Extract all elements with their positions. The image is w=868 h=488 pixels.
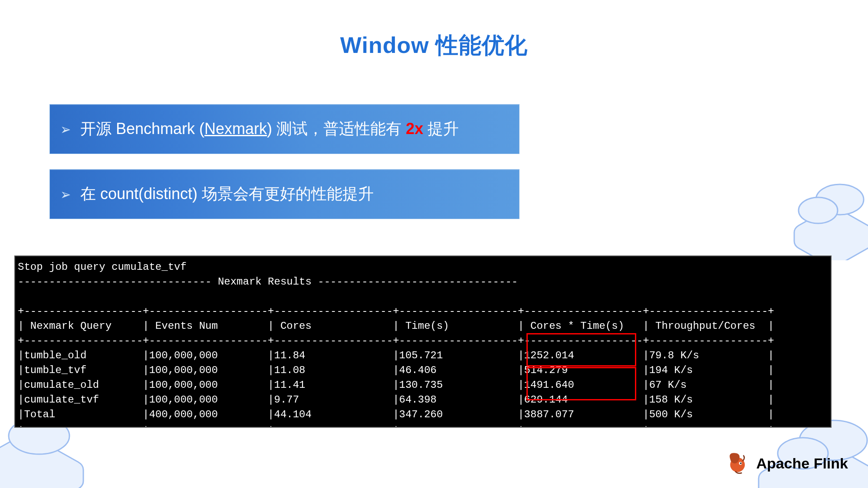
table-row: |Total |400,000,000 |44.104 |347.260 |38… (18, 409, 774, 420)
footer-label: Apache Flink (756, 455, 848, 472)
terminal-sep: +-------------------+-------------------… (18, 335, 774, 347)
table-row: |cumulate_old |100,000,000 |11.41 |130.7… (18, 379, 774, 391)
svg-point-7 (740, 462, 742, 464)
bullet-count-distinct: ➢ 在 count(distinct) 场景会有更好的性能提升 (49, 169, 519, 219)
chevron-icon: ➢ (60, 121, 71, 138)
table-row: |tumble_old |100,000,000 |11.84 |105.721… (18, 350, 774, 361)
terminal-banner: ------------------------------- Nexmark … (18, 276, 518, 288)
bullet-text-1: 开源 Benchmark (Nexmark) 测试，普适性能有 2x 提升 (80, 118, 459, 140)
terminal-output: Stop job query cumulate_tvf ------------… (14, 255, 832, 428)
terminal-sep: +-------------------+-------------------… (18, 305, 774, 317)
table-row: |tumble_tvf |100,000,000 |11.08 |46.406 … (18, 364, 774, 376)
nexmark-link[interactable]: Nexmark (204, 120, 267, 138)
svg-point-1 (799, 197, 838, 223)
bullet-text-2: 在 count(distinct) 场景会有更好的性能提升 (80, 183, 374, 205)
footer-logo: Apache Flink (727, 452, 848, 475)
flink-squirrel-icon (727, 452, 750, 475)
terminal-header: | Nexmark Query | Events Num | Cores | T… (18, 320, 774, 332)
terminal-stop-line: Stop job query cumulate_tvf (18, 261, 187, 273)
slide-title: Window 性能优化 (0, 30, 868, 61)
chevron-icon: ➢ (60, 186, 71, 203)
cloud-decoration-top (764, 130, 868, 260)
highlight-2x: 2x (406, 120, 423, 138)
terminal-sep: +-------------------+-------------------… (18, 423, 774, 428)
table-row: |cumulate_tvf |100,000,000 |9.77 |64.398… (18, 394, 774, 406)
bullet-benchmark: ➢ 开源 Benchmark (Nexmark) 测试，普适性能有 2x 提升 (49, 104, 519, 154)
svg-point-0 (816, 184, 864, 215)
